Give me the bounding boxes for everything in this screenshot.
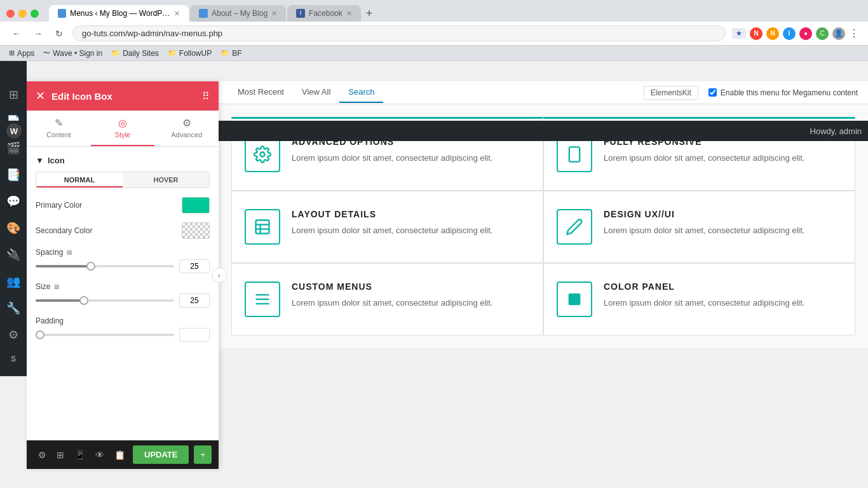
- back-button[interactable]: ←: [9, 27, 24, 40]
- tab-close-fb[interactable]: ✕: [346, 10, 352, 18]
- tab-about[interactable]: About – My Blog ✕: [190, 5, 286, 22]
- footer-history-icon[interactable]: 📋: [112, 447, 128, 463]
- footer-settings-icon[interactable]: ⚙: [36, 447, 49, 463]
- ext-icon-star[interactable]: ★: [732, 28, 746, 39]
- update-button[interactable]: UPDATE: [133, 445, 189, 464]
- close-window-button[interactable]: [6, 10, 15, 18]
- megamenu-checkbox[interactable]: [709, 88, 717, 97]
- icon-box-card-menus[interactable]: CUSTOM MENUS Lorem ipsum dolor sit amet,…: [231, 263, 543, 336]
- maximize-window-button[interactable]: [31, 10, 39, 18]
- icon-section-header[interactable]: ▼ Icon: [36, 156, 210, 165]
- browser-menu-button[interactable]: ⋮: [849, 27, 859, 39]
- comments-sidebar-icon: 💬: [6, 194, 20, 208]
- nav-tab-search[interactable]: Search: [339, 82, 383, 103]
- ext-icon-orange[interactable]: N: [766, 27, 779, 40]
- ext-icon-red[interactable]: N: [750, 27, 763, 40]
- spacing-slider[interactable]: [36, 265, 174, 268]
- nav-tabs-bar: Most Recent View All Search ElementsKit …: [219, 81, 868, 104]
- bookmark-followup[interactable]: 📁 FollowUP: [168, 49, 212, 58]
- tab-advanced[interactable]: ⚙ Advanced: [154, 111, 219, 146]
- icon-box-card-design[interactable]: DESIGN UX//UI Lorem ipsum dolor sit amet…: [543, 191, 855, 263]
- sidebar-item-S[interactable]: S: [0, 348, 27, 370]
- tab-wordpress[interactable]: Menus ‹ My Blog — WordPress ✕: [49, 5, 189, 22]
- secondary-color-label: Secondary Color: [36, 226, 92, 235]
- new-tab-button[interactable]: +: [362, 5, 377, 22]
- size-slider[interactable]: [36, 299, 174, 302]
- sidebar-item-appearance[interactable]: 🎨: [0, 215, 27, 241]
- elementor-badge: ElementsKit: [644, 86, 698, 100]
- spacing-value-input[interactable]: [179, 259, 210, 273]
- tab-close-about[interactable]: ✕: [271, 10, 277, 18]
- footer-plus-button[interactable]: +: [194, 445, 212, 464]
- bookmark-wave[interactable]: 〜 Wave • Sign in: [43, 48, 102, 58]
- url-field[interactable]: [72, 25, 726, 41]
- bookmarks-bar: ⊞ Apps 〜 Wave • Sign in 📁 Daily Sites 📁 …: [0, 46, 868, 61]
- sidebar-item-tools[interactable]: 🔧: [0, 295, 27, 322]
- svg-rect-10: [569, 294, 581, 306]
- daily-folder-icon: 📁: [111, 49, 120, 57]
- advanced-tab-label: Advanced: [171, 131, 202, 139]
- edit-panel-grid-button[interactable]: ⠿: [202, 90, 210, 102]
- sidebar-item-comments[interactable]: 💬: [0, 188, 27, 215]
- nav-tab-view-all[interactable]: View All: [293, 82, 339, 103]
- nav-tab-most-recent[interactable]: Most Recent: [229, 82, 293, 103]
- footer-responsive-icon[interactable]: 📱: [72, 447, 88, 463]
- followup-folder-icon: 📁: [168, 49, 177, 57]
- tools-icon: 🔧: [6, 301, 20, 315]
- refresh-button[interactable]: ↻: [52, 27, 66, 40]
- style-tab-label: Style: [115, 131, 130, 139]
- design-ux-desc: Lorem ipsum dolor sit amet, consectetur …: [604, 224, 804, 237]
- primary-color-swatch[interactable]: [182, 197, 210, 214]
- s-icon: S: [11, 355, 16, 363]
- tab-close-button[interactable]: ✕: [174, 10, 180, 18]
- icon-box-card-color[interactable]: COLOR PANEL Lorem ipsum dolor sit amet, …: [543, 263, 855, 336]
- tab-facebook[interactable]: f Facebook ✕: [287, 5, 361, 22]
- design-ux-icon-box: [557, 209, 592, 245]
- primary-color-label: Primary Color: [36, 201, 82, 210]
- sidebar-item-pages[interactable]: 📑: [0, 161, 27, 188]
- bf-folder-icon: 📁: [220, 49, 229, 57]
- ext-icon-green[interactable]: C: [816, 27, 829, 40]
- panel-collapse-button[interactable]: ‹: [212, 268, 227, 283]
- bookmark-apps[interactable]: ⊞ Apps: [9, 49, 34, 58]
- footer-eye-icon[interactable]: 👁: [93, 447, 107, 463]
- padding-value-input[interactable]: [179, 328, 210, 342]
- tab-style[interactable]: ◎ Style: [91, 111, 155, 146]
- custom-menus-title: CUSTOM MENUS: [292, 281, 492, 292]
- layout-icon: [254, 218, 271, 236]
- users-icon: 👥: [6, 274, 20, 288]
- profile-avatar[interactable]: 👤: [832, 27, 845, 40]
- forward-button[interactable]: →: [31, 27, 46, 40]
- wp-logo[interactable]: W: [6, 123, 22, 139]
- megamenu-label: Enable this menu for Megamenu content: [721, 88, 858, 97]
- secondary-color-swatch[interactable]: [182, 222, 210, 239]
- size-value-input[interactable]: [179, 294, 210, 308]
- bookmark-apps-label: Apps: [17, 49, 34, 58]
- edit-panel-close-button[interactable]: ✕: [36, 89, 45, 103]
- minimize-window-button[interactable]: [18, 10, 27, 18]
- icon-box-card-layout[interactable]: LAYOUT DETAILS Lorem ipsum dolor sit ame…: [231, 191, 543, 263]
- sidebar-item-dashboard[interactable]: ⊞: [0, 81, 27, 108]
- layout-details-text: LAYOUT DETAILS Lorem ipsum dolor sit ame…: [292, 209, 492, 237]
- megamenu-option: Enable this menu for Megamenu content: [709, 88, 858, 97]
- sidebar-item-users[interactable]: 👥: [0, 268, 27, 295]
- normal-toggle-button[interactable]: NORMAL: [36, 172, 123, 187]
- primary-color-row: Primary Color: [36, 197, 210, 214]
- sidebar-item-settings[interactable]: ⚙: [0, 322, 27, 348]
- tab-content[interactable]: ✎ Content: [27, 111, 91, 146]
- pages-icon: 📑: [6, 168, 20, 182]
- footer-layers-icon[interactable]: ⊞: [54, 447, 67, 463]
- ext-icon-pink[interactable]: ♦: [799, 27, 812, 40]
- bookmark-bf[interactable]: 📁 BF: [220, 49, 241, 58]
- svg-rect-3: [256, 220, 269, 234]
- sidebar-item-plugins[interactable]: 🔌: [0, 241, 27, 268]
- spacing-label: Spacing: [36, 248, 63, 257]
- bookmark-daily[interactable]: 📁 Daily Sites: [111, 49, 159, 58]
- ext-icon-blue[interactable]: I: [783, 27, 796, 40]
- padding-slider[interactable]: [36, 334, 174, 336]
- wave-icon: 〜: [43, 48, 50, 58]
- browser-extensions: ★ N N I ♦ C 👤 ⋮: [732, 27, 859, 40]
- size-monitor-icon: 🖥: [53, 283, 60, 290]
- browser-tabs: Menus ‹ My Blog — WordPress ✕ About – My…: [49, 5, 862, 22]
- hover-toggle-button[interactable]: HOVER: [123, 172, 209, 187]
